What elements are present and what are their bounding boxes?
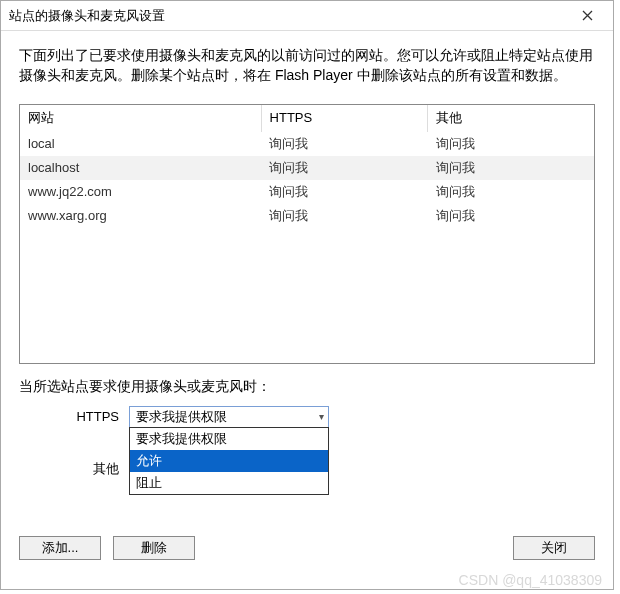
cell-https: 询问我 [261,131,427,156]
chevron-down-icon: ▾ [319,411,324,422]
table-row[interactable]: localhost询问我询问我 [20,156,594,180]
cell-site: www.xarg.org [20,204,261,228]
other-label: 其他 [19,460,129,478]
cell-other: 询问我 [428,156,594,180]
close-icon[interactable] [567,2,607,30]
dropdown-option[interactable]: 阻止 [130,472,328,494]
cell-other: 询问我 [428,180,594,204]
dialog-title: 站点的摄像头和麦克风设置 [9,7,165,25]
settings-dialog: 站点的摄像头和麦克风设置 下面列出了已要求使用摄像头和麦克风的以前访问过的网站。… [0,0,614,590]
table-header-row: 网站 HTTPS 其他 [20,105,594,132]
dropdown-option[interactable]: 允许 [130,450,328,472]
delete-button[interactable]: 删除 [113,536,195,560]
dialog-content: 下面列出了已要求使用摄像头和麦克风的以前访问过的网站。您可以允许或阻止特定站点使… [1,31,613,589]
cell-https: 询问我 [261,180,427,204]
description-text: 下面列出了已要求使用摄像头和麦克风的以前访问过的网站。您可以允许或阻止特定站点使… [19,45,595,86]
header-other[interactable]: 其他 [428,105,594,132]
https-label: HTTPS [19,409,129,424]
cell-other: 询问我 [428,204,594,228]
cell-site: local [20,131,261,156]
header-site[interactable]: 网站 [20,105,261,132]
button-row: 添加... 删除 关闭 [19,536,595,560]
form-heading: 当所选站点要求使用摄像头或麦克风时： [19,378,595,396]
table-row[interactable]: local询问我询问我 [20,131,594,156]
permission-form: 当所选站点要求使用摄像头或麦克风时： HTTPS 要求我提供权限 ▾ 要求我提供… [19,378,595,480]
dropdown-option[interactable]: 要求我提供权限 [130,428,328,450]
cell-https: 询问我 [261,204,427,228]
table-row[interactable]: www.jq22.com询问我询问我 [20,180,594,204]
add-button[interactable]: 添加... [19,536,101,560]
https-combo-value: 要求我提供权限 [136,408,227,426]
https-dropdown[interactable]: 要求我提供权限允许阻止 [129,427,329,495]
cell-other: 询问我 [428,131,594,156]
https-combo[interactable]: 要求我提供权限 ▾ 要求我提供权限允许阻止 [129,406,329,428]
titlebar: 站点的摄像头和麦克风设置 [1,1,613,31]
sites-table: 网站 HTTPS 其他 local询问我询问我localhost询问我询问我ww… [19,104,595,364]
table-row[interactable]: www.xarg.org询问我询问我 [20,204,594,228]
cell-site: www.jq22.com [20,180,261,204]
close-button[interactable]: 关闭 [513,536,595,560]
cell-https: 询问我 [261,156,427,180]
cell-site: localhost [20,156,261,180]
header-https[interactable]: HTTPS [261,105,427,132]
